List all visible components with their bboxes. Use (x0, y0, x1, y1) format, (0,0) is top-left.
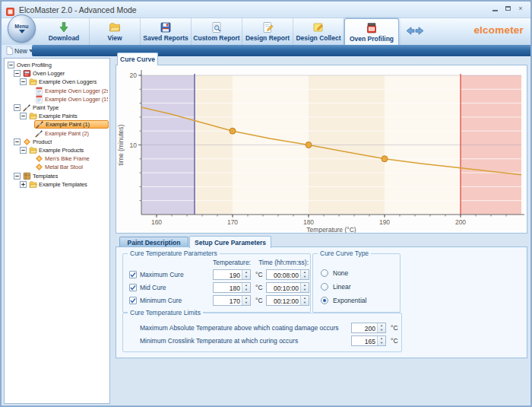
tree-item-example-paint-1[interactable]: Example Paint (1) (5, 120, 109, 129)
spin-up-icon[interactable]: ▲ (245, 297, 248, 300)
spin-down-icon[interactable]: ▼ (303, 288, 306, 291)
new-button[interactable]: New (4, 46, 36, 56)
svg-text:160: 160 (151, 218, 162, 226)
tree-item-oven-profiling[interactable]: Oven Profiling (5, 61, 109, 69)
group-title: Cure Temperature Parameters (128, 250, 220, 257)
tree-item-templates[interactable]: Templates (5, 171, 109, 180)
tab-download[interactable]: Download (39, 18, 90, 45)
collapse-icon[interactable] (14, 104, 21, 111)
field-value: 200 (353, 325, 375, 332)
tree-item-men-s-bike-frame[interactable]: Men's Bike Frame (5, 154, 109, 163)
group-title: Cure Temperature Limits (128, 309, 203, 316)
temperature-field[interactable]: 180▲▼ (213, 282, 251, 293)
spinner: ▲▼ (377, 336, 385, 345)
spin-up-icon[interactable]: ▲ (245, 284, 248, 287)
checkbox[interactable] (129, 271, 137, 278)
toolbar-accent-bar (32, 45, 530, 56)
tab-view[interactable]: View (90, 18, 141, 45)
spinner: ▲▼ (300, 270, 309, 279)
limit-label: Minimum Crosslink Temperature at which c… (140, 337, 298, 345)
time-field[interactable]: 00:08:00▲▼ (266, 269, 309, 280)
checkbox[interactable] (129, 297, 137, 304)
field-value: 170 (215, 297, 240, 305)
tree-item-metal-bar-stool[interactable]: Metal Bar Stool (5, 163, 109, 171)
minimize-icon (492, 10, 498, 11)
maximize-button[interactable] (502, 4, 513, 13)
tree-item-example-oven-loggers[interactable]: Example Oven Loggers (5, 78, 109, 86)
tree-item-paint-type[interactable]: Paint Type (5, 103, 109, 112)
tree-item-label: Example Templates (39, 181, 87, 188)
time-field[interactable]: 00:12:00▲▼ (266, 295, 309, 306)
spin-up-icon[interactable]: ▲ (380, 324, 383, 327)
tree-item-example-templates[interactable]: Example Templates (5, 180, 109, 189)
tab-design-report[interactable]: Design Report (242, 18, 293, 45)
expand-icon[interactable] (20, 181, 27, 188)
nav-arrows-button[interactable] (400, 21, 430, 43)
collapse-icon[interactable] (20, 113, 27, 119)
spin-down-icon[interactable]: ▼ (245, 288, 248, 291)
app-icon (6, 5, 14, 14)
time-column-header: Time (hh:mm:ss): (245, 259, 309, 266)
tab-oven-profiling[interactable]: Oven Profiling (344, 18, 399, 45)
spin-down-icon[interactable]: ▼ (380, 342, 383, 345)
tree-item-example-paints[interactable]: Example Paints (5, 112, 109, 120)
radio-linear[interactable]: Linear (321, 281, 351, 292)
radio-icon (321, 283, 328, 291)
elcomaster-window: ElcoMaster 2.0 - Advanced Mode × Menu Do… (0, 0, 532, 407)
tab-cure-curve[interactable]: Cure Curve (117, 52, 158, 65)
tab-design-collect[interactable]: Design Collect (293, 18, 344, 45)
close-button[interactable]: × (515, 4, 526, 13)
spin-down-icon[interactable]: ▼ (303, 301, 306, 304)
tab-paint-description[interactable]: Paint Description (119, 237, 188, 247)
radio-none[interactable]: None (321, 268, 348, 278)
spin-up-icon[interactable]: ▲ (303, 271, 306, 274)
sub-toolbar: New (2, 45, 530, 57)
folder-icon (29, 112, 37, 120)
unit-label: °C (255, 297, 263, 304)
spin-down-icon[interactable]: ▼ (245, 301, 248, 304)
minimize-button[interactable] (489, 4, 500, 13)
collapse-icon[interactable] (14, 70, 21, 77)
tab-saved-reports[interactable]: Saved Reports (141, 18, 192, 45)
tree-item-zone: Example Oven Logger (2s) (34, 87, 109, 95)
spin-down-icon[interactable]: ▼ (303, 275, 306, 278)
collapse-icon[interactable] (8, 62, 14, 68)
checkbox[interactable] (129, 284, 137, 291)
tree-item-label: Templates (33, 173, 58, 180)
spinner: ▲▼ (300, 296, 309, 305)
collapse-icon[interactable] (14, 138, 21, 145)
left-right-arrows-icon (406, 25, 424, 39)
new-button-label: New (14, 47, 27, 55)
unit-label: °C (391, 337, 398, 345)
menu-button[interactable]: Menu (8, 14, 36, 43)
tree-item-example-paint-2[interactable]: Example Paint (2) (5, 129, 109, 138)
tree-item-example-oven-logger-15s[interactable]: Example Oven Logger (15s) (5, 95, 109, 103)
folder-icon (29, 180, 37, 189)
collapse-icon[interactable] (20, 147, 27, 154)
temperature-field[interactable]: 170▲▼ (213, 295, 251, 306)
spin-up-icon[interactable]: ▲ (303, 297, 306, 300)
svg-text:time (minutes): time (minutes) (117, 124, 125, 165)
tree-item-oven-logger[interactable]: Oven Logger (5, 69, 109, 78)
spin-up-icon[interactable]: ▲ (380, 337, 383, 340)
limit-field[interactable]: 200▲▼ (351, 323, 386, 333)
tab-custom-report[interactable]: Custom Report (192, 18, 242, 45)
temperature-field[interactable]: 190▲▼ (213, 269, 251, 280)
param-label: Mid Cure (140, 284, 166, 291)
spin-up-icon[interactable]: ▲ (245, 271, 248, 274)
spin-down-icon[interactable]: ▼ (380, 329, 383, 332)
limit-field[interactable]: 165▲▼ (351, 335, 386, 346)
radio-exponential[interactable]: Exponential (321, 295, 366, 306)
field-value: 180 (215, 285, 240, 292)
collapse-icon[interactable] (20, 78, 27, 85)
tree-item-example-oven-logger-2s[interactable]: Example Oven Logger (2s) (5, 87, 109, 95)
tree-item-product[interactable]: Product (5, 138, 109, 146)
spin-down-icon[interactable]: ▼ (245, 275, 248, 278)
collapse-icon[interactable] (14, 173, 21, 180)
tree-item-example-products[interactable]: Example Products (5, 146, 109, 154)
folder-icon (29, 78, 37, 86)
time-field[interactable]: 00:10:00▲▼ (266, 282, 309, 293)
tab-setup-cure-parameters[interactable]: Setup Cure Parameters (189, 236, 271, 248)
tab-label: View (107, 34, 122, 42)
spin-up-icon[interactable]: ▲ (303, 284, 306, 287)
